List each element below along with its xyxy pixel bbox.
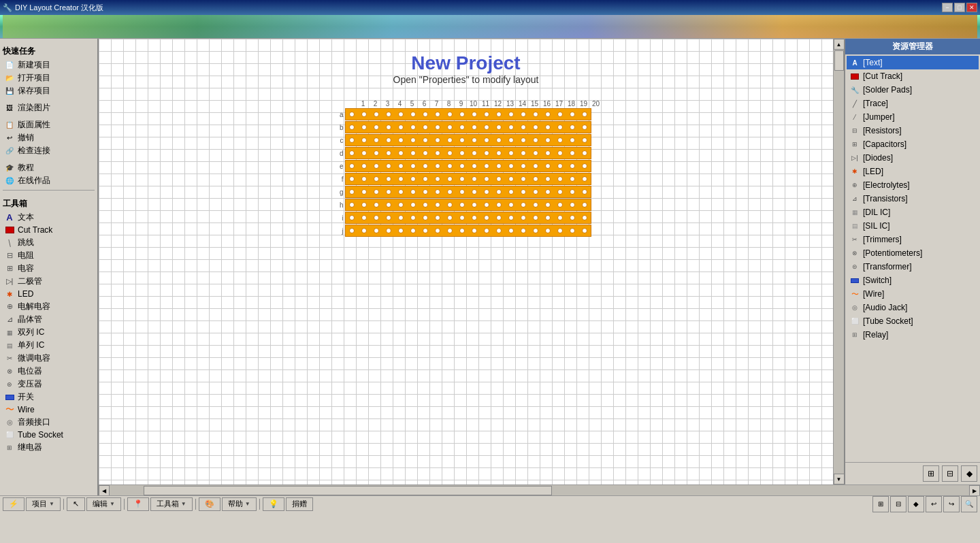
sidebar-item-online-works[interactable]: 🌐 在线作品	[3, 174, 95, 187]
hole-b13[interactable]	[493, 121, 505, 133]
hole-b5[interactable]	[395, 121, 407, 133]
hole-a20[interactable]	[578, 108, 591, 120]
right-item-wire[interactable]: 〜 [Wire]	[847, 287, 979, 301]
hole-i19[interactable]	[566, 212, 578, 224]
hole-e12[interactable]	[480, 160, 493, 172]
hole-i18[interactable]	[554, 212, 566, 224]
sidebar-item-undo[interactable]: ↩ 撤销	[3, 131, 95, 144]
right-item-audio-jack[interactable]: ◎ [Audio Jack]	[847, 301, 979, 314]
hole-j5[interactable]	[395, 225, 407, 237]
project-btn[interactable]: 项目 ▼	[26, 497, 61, 511]
scroll-up-btn[interactable]: ▲	[834, 39, 845, 50]
hole-d18[interactable]	[554, 147, 566, 159]
hole-a14[interactable]	[505, 108, 517, 120]
hole-j11[interactable]	[468, 225, 480, 237]
board-strip-f[interactable]	[345, 173, 591, 185]
maximize-button[interactable]: □	[954, 3, 965, 12]
right-item-diodes[interactable]: ▷| [Diodes]	[847, 151, 979, 165]
hole-e14[interactable]	[505, 160, 517, 172]
hole-d14[interactable]	[505, 147, 517, 159]
hole-h14[interactable]	[505, 199, 517, 211]
sidebar-item-transformer[interactable]: ⊜ 变压器	[3, 378, 95, 391]
hole-h20[interactable]	[578, 199, 591, 211]
right-item-led[interactable]: ✱ [LED]	[847, 165, 979, 178]
hole-f18[interactable]	[554, 173, 566, 185]
h-scroll-track[interactable]	[110, 485, 969, 495]
hole-i6[interactable]	[407, 212, 419, 224]
h-scrollbar[interactable]: ◀ ▶	[99, 484, 980, 495]
hole-e16[interactable]	[529, 160, 542, 172]
sidebar-item-transistor[interactable]: ⊿ 晶体管	[3, 313, 95, 326]
hole-j4[interactable]	[382, 225, 395, 237]
hole-d5[interactable]	[395, 147, 407, 159]
bottom-icon-6[interactable]: 🔍	[961, 496, 977, 512]
board-strip-j[interactable]	[345, 225, 591, 237]
hole-e2[interactable]	[358, 160, 370, 172]
hole-d10[interactable]	[456, 147, 468, 159]
hole-c8[interactable]	[431, 134, 444, 146]
hole-e8[interactable]	[431, 160, 444, 172]
sidebar-item-new-project[interactable]: 📄 新建项目	[3, 59, 95, 71]
hole-b9[interactable]	[444, 121, 456, 133]
v-scroll-thumb[interactable]	[834, 50, 844, 71]
hole-c14[interactable]	[505, 134, 517, 146]
hole-f17[interactable]	[542, 173, 554, 185]
hole-e4[interactable]	[382, 160, 395, 172]
hole-i13[interactable]	[493, 212, 505, 224]
hole-h19[interactable]	[566, 199, 578, 211]
sidebar-item-relay[interactable]: ⊞ 继电器	[3, 441, 95, 454]
right-item-transistors[interactable]: ⊿ [Transistors]	[847, 192, 979, 205]
hole-f20[interactable]	[578, 173, 591, 185]
hole-g5[interactable]	[395, 186, 407, 198]
hole-j3[interactable]	[370, 225, 382, 237]
hole-d12[interactable]	[480, 147, 493, 159]
h-scroll-thumb[interactable]	[144, 486, 552, 495]
hole-a4[interactable]	[382, 108, 395, 120]
edit-btn[interactable]: 编辑 ▼	[86, 497, 121, 511]
hole-h17[interactable]	[542, 199, 554, 211]
sidebar-item-dil-ic[interactable]: ▦ 双列 IC	[3, 326, 95, 339]
hole-b18[interactable]	[554, 121, 566, 133]
right-item-solder-pads[interactable]: 🔧 [Solder Pads]	[847, 83, 979, 97]
hole-e5[interactable]	[395, 160, 407, 172]
hole-e6[interactable]	[407, 160, 419, 172]
hole-h3[interactable]	[370, 199, 382, 211]
hole-h2[interactable]	[358, 199, 370, 211]
sidebar-item-save-project[interactable]: 💾 保存项目	[3, 84, 95, 97]
sidebar-item-capacitor[interactable]: ⊞ 电容	[3, 262, 95, 275]
hole-c20[interactable]	[578, 134, 591, 146]
hole-d13[interactable]	[493, 147, 505, 159]
hole-f8[interactable]	[431, 173, 444, 185]
hole-a11[interactable]	[468, 108, 480, 120]
sidebar-item-audio-jack[interactable]: ◎ 音频接口	[3, 416, 95, 429]
hole-j17[interactable]	[542, 225, 554, 237]
hole-j2[interactable]	[358, 225, 370, 237]
bulb-icon-btn[interactable]: 💡	[263, 497, 284, 511]
hole-b2[interactable]	[358, 121, 370, 133]
hole-c9[interactable]	[444, 134, 456, 146]
hole-c19[interactable]	[566, 134, 578, 146]
lightning-btn[interactable]: ⚡	[3, 497, 24, 511]
v-scroll-track[interactable]	[834, 50, 844, 474]
hole-e19[interactable]	[566, 160, 578, 172]
hole-a15[interactable]	[517, 108, 529, 120]
hole-h7[interactable]	[419, 199, 431, 211]
right-item-jumper[interactable]: ∕ [Jumper]	[847, 110, 979, 124]
hole-a18[interactable]	[554, 108, 566, 120]
hole-c12[interactable]	[480, 134, 493, 146]
hole-g20[interactable]	[578, 186, 591, 198]
hole-a6[interactable]	[407, 108, 419, 120]
hole-g2[interactable]	[358, 186, 370, 198]
sidebar-item-jumper[interactable]: ∕ 跳线	[3, 236, 95, 249]
right-item-electrolytes[interactable]: ⊕ [Electrolytes]	[847, 178, 979, 192]
hole-g9[interactable]	[444, 186, 456, 198]
hole-a2[interactable]	[358, 108, 370, 120]
rs-btn-2[interactable]: ⊟	[942, 465, 958, 482]
hole-e15[interactable]	[517, 160, 529, 172]
scroll-down-btn[interactable]: ▼	[834, 474, 845, 484]
hole-d7[interactable]	[419, 147, 431, 159]
hole-c2[interactable]	[358, 134, 370, 146]
hole-i12[interactable]	[480, 212, 493, 224]
hole-f7[interactable]	[419, 173, 431, 185]
hole-d4[interactable]	[382, 147, 395, 159]
